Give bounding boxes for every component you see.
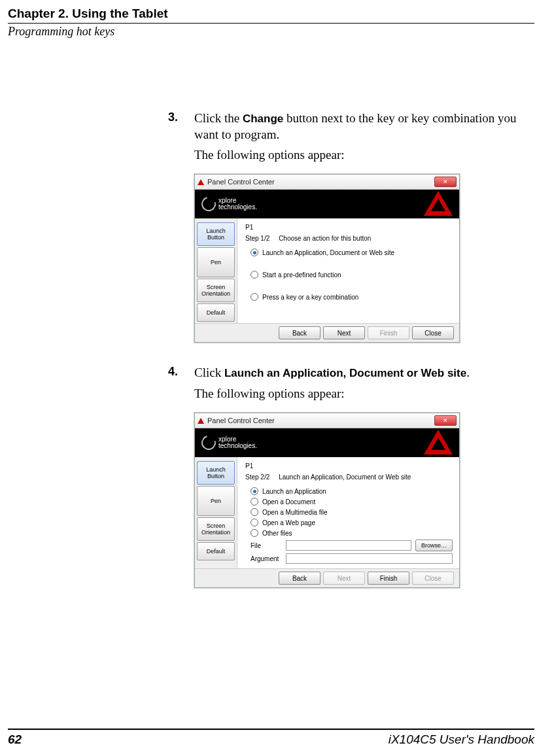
text-part: Click bbox=[194, 366, 224, 379]
brand-bar: xplore technologies. bbox=[195, 190, 459, 218]
radio-label: Start a pre-defined function bbox=[262, 271, 341, 279]
sidebar-item-pen[interactable]: Pen bbox=[197, 486, 235, 516]
radio-label: Press a key or a key combination bbox=[262, 294, 358, 301]
radio-option-predefined[interactable]: Start a pre-defined function bbox=[251, 271, 453, 279]
dialog-body: Launch Button Pen Screen Orientation Def… bbox=[195, 457, 459, 568]
file-label: File bbox=[251, 542, 282, 549]
radio-icon bbox=[251, 508, 258, 516]
radio-icon bbox=[251, 529, 258, 537]
window-title: Panel Control Center bbox=[207, 178, 434, 186]
page-number: 62 bbox=[8, 732, 22, 747]
next-button[interactable]: Next bbox=[323, 326, 365, 339]
main-panel: P1 Step 2/2 Launch an Application, Docum… bbox=[237, 457, 459, 568]
dialog-footer: Back Next Finish Close bbox=[195, 323, 459, 342]
radio-group: Launch an Application, Document or Web s… bbox=[245, 249, 453, 301]
brand-bar: xplore technologies. bbox=[195, 428, 459, 457]
dialog-panel-control-2: Panel Control Center ✕ xplore technologi… bbox=[194, 413, 460, 588]
ui-reference-launch-app: Launch an Application, Document or Web s… bbox=[224, 367, 466, 379]
sidebar-item-screen-orientation[interactable]: Screen Orientation bbox=[197, 517, 235, 541]
sidebar-item-launch-button[interactable]: Launch Button bbox=[197, 461, 235, 485]
close-button[interactable]: Close bbox=[412, 572, 454, 585]
dialog-panel-control-1: Panel Control Center ✕ xplore technologi… bbox=[194, 174, 460, 343]
main-panel: P1 Step 1/2 Choose an action for this bu… bbox=[237, 218, 459, 323]
titlebar: Panel Control Center ✕ bbox=[195, 413, 459, 428]
sidebar-item-pen[interactable]: Pen bbox=[197, 247, 235, 277]
radio-option-launch-app[interactable]: Launch an Application bbox=[251, 487, 453, 495]
page: Chapter 2. Using the Tablet Programming … bbox=[0, 0, 554, 756]
step-3: 3. Click the Change button next to the k… bbox=[168, 111, 534, 143]
footer-row: 62 iX104C5 User's Handbook bbox=[8, 732, 534, 747]
window-title: Panel Control Center bbox=[207, 417, 434, 424]
step-text: Click the Change button next to the key … bbox=[194, 111, 534, 143]
finish-button[interactable]: Finish bbox=[368, 572, 409, 585]
dialog-footer: Back Next Finish Close bbox=[195, 568, 459, 587]
radio-label: Launch an Application bbox=[262, 488, 326, 495]
step-number: 3. bbox=[168, 111, 194, 143]
close-icon[interactable]: ✕ bbox=[434, 177, 457, 187]
chapter-title: Chapter 2. Using the Tablet bbox=[8, 7, 534, 21]
back-button[interactable]: Back bbox=[279, 326, 320, 339]
radio-group: Launch an Application Open a Document Op… bbox=[245, 487, 453, 537]
sidebar-item-default[interactable]: Default bbox=[197, 542, 235, 560]
radio-option-open-web[interactable]: Open a Web page bbox=[251, 519, 453, 526]
section-title: Programming hot keys bbox=[8, 25, 534, 39]
close-icon[interactable]: ✕ bbox=[434, 415, 457, 426]
dialog-body: Launch Button Pen Screen Orientation Def… bbox=[195, 218, 459, 323]
app-icon bbox=[198, 179, 204, 185]
ui-reference-change: Change bbox=[243, 112, 283, 125]
radio-icon bbox=[251, 249, 258, 256]
titlebar: Panel Control Center ✕ bbox=[195, 175, 459, 190]
content-area: 3. Click the Change button next to the k… bbox=[168, 111, 534, 588]
radio-option-open-multimedia[interactable]: Open a Multimedia file bbox=[251, 508, 453, 516]
brand-text: xplore technologies. bbox=[218, 198, 257, 211]
radio-option-other-files[interactable]: Other files bbox=[251, 529, 453, 537]
browse-button[interactable]: Browse… bbox=[415, 540, 453, 551]
argument-row: Argument bbox=[251, 553, 453, 564]
file-row: File Browse… bbox=[251, 540, 453, 551]
footer-rule bbox=[8, 729, 534, 730]
button-id-heading: P1 bbox=[245, 462, 453, 470]
radio-icon bbox=[251, 487, 258, 495]
wizard-step-label: Step 1/2 Choose an action for this butto… bbox=[245, 235, 453, 242]
follow-text: The following options appear: bbox=[194, 387, 534, 401]
close-button[interactable]: Close bbox=[412, 326, 454, 339]
radio-label: Other files bbox=[262, 530, 292, 537]
sidebar: Launch Button Pen Screen Orientation Def… bbox=[195, 218, 237, 323]
text-part: Click the bbox=[194, 111, 243, 125]
brand-text: xplore technologies. bbox=[218, 436, 257, 449]
radio-option-open-doc[interactable]: Open a Document bbox=[251, 498, 453, 506]
back-button[interactable]: Back bbox=[279, 572, 320, 585]
radio-label: Open a Document bbox=[262, 498, 315, 506]
file-input[interactable] bbox=[286, 540, 411, 551]
radio-label: Open a Multimedia file bbox=[262, 509, 328, 516]
brand-line2: technologies. bbox=[218, 204, 257, 211]
radio-label: Open a Web page bbox=[262, 519, 315, 526]
text-part: . bbox=[466, 366, 470, 379]
triangle-icon bbox=[424, 191, 453, 216]
sidebar-item-launch-button[interactable]: Launch Button bbox=[197, 222, 235, 246]
page-footer: 62 iX104C5 User's Handbook bbox=[8, 729, 534, 747]
follow-text: The following options appear: bbox=[194, 148, 534, 162]
sidebar-item-default[interactable]: Default bbox=[197, 303, 235, 322]
header-rule bbox=[8, 23, 534, 24]
step-4: 4. Click Launch an Application, Document… bbox=[168, 365, 534, 381]
brand-logo: xplore technologies. bbox=[201, 197, 257, 211]
step-number: 4. bbox=[168, 365, 194, 381]
radio-option-launch-app[interactable]: Launch an Application, Document or Web s… bbox=[251, 249, 453, 256]
sidebar: Launch Button Pen Screen Orientation Def… bbox=[195, 457, 237, 568]
button-id-heading: P1 bbox=[245, 224, 453, 231]
triangle-icon bbox=[424, 430, 453, 455]
sidebar-item-screen-orientation[interactable]: Screen Orientation bbox=[197, 279, 235, 302]
wizard-step-label: Step 2/2 Launch an Application, Document… bbox=[245, 473, 453, 481]
radio-option-key-combo[interactable]: Press a key or a key combination bbox=[251, 293, 453, 301]
radio-icon bbox=[251, 519, 258, 526]
swirl-icon bbox=[199, 433, 218, 453]
argument-input[interactable] bbox=[286, 553, 453, 564]
finish-button[interactable]: Finish bbox=[368, 326, 409, 339]
radio-icon bbox=[251, 271, 258, 279]
brand-logo: xplore technologies. bbox=[201, 436, 257, 450]
brand-line2: technologies. bbox=[218, 443, 257, 449]
swirl-icon bbox=[199, 194, 218, 214]
next-button[interactable]: Next bbox=[323, 572, 365, 585]
radio-icon bbox=[251, 498, 258, 506]
